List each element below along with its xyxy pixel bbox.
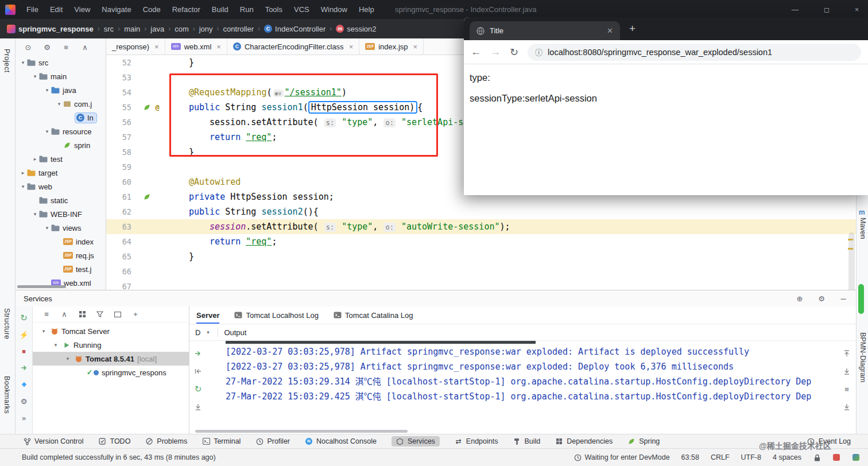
project-tree-item-sprin[interactable]: sprin xyxy=(16,138,106,152)
services-tree-item-tomcat-8-5-41[interactable]: ▾Tomcat 8.5.41[local] xyxy=(33,352,189,366)
settings-icon[interactable]: ⚙ xyxy=(817,294,826,303)
close-tab-icon[interactable]: × xyxy=(349,42,354,51)
breadcrumb-java[interactable]: java xyxy=(149,25,165,33)
toolwindow-button-spring[interactable]: Spring xyxy=(627,437,660,445)
project-tree-item-test-j[interactable]: JSPtest.j xyxy=(16,262,106,276)
rerun-icon[interactable] xyxy=(193,349,203,358)
menu-window[interactable]: Window xyxy=(315,0,353,19)
menu-navigate[interactable]: Navigate xyxy=(96,0,137,19)
services-tab-server[interactable]: Server xyxy=(196,306,219,324)
menu-vcs[interactable]: VCS xyxy=(288,0,315,19)
menu-view[interactable]: View xyxy=(68,0,96,19)
chevron-open-icon[interactable]: ▾ xyxy=(19,184,27,189)
chevron-open-icon[interactable]: ▾ xyxy=(40,328,48,334)
status-crlf[interactable]: CRLF xyxy=(711,453,730,461)
chevron-open-icon[interactable]: ▾ xyxy=(31,211,39,217)
menu-code[interactable]: Code xyxy=(137,0,166,19)
toolwindow-button-endpoints[interactable]: ⇄Endpoints xyxy=(455,437,498,445)
wrench-icon[interactable]: ⚙ xyxy=(20,397,29,406)
collapse-all-icon[interactable]: ∧ xyxy=(60,310,69,319)
restart-icon[interactable]: ↻ xyxy=(20,313,29,323)
site-info-icon[interactable]: ⓘ xyxy=(535,46,542,57)
add-icon[interactable]: + xyxy=(131,310,140,319)
chevron-closed-icon[interactable]: ▸ xyxy=(19,170,27,176)
group-icon[interactable] xyxy=(78,310,87,319)
breadcrumb-jony[interactable]: jony xyxy=(198,25,214,33)
project-tree-item-main[interactable]: ▾main xyxy=(16,69,106,83)
breadcrumb-controller[interactable]: controller xyxy=(222,25,255,33)
new-tab-icon[interactable]: + xyxy=(629,22,636,35)
scroll-end-icon[interactable] xyxy=(193,402,203,411)
filter-icon[interactable] xyxy=(95,310,104,319)
down-icon[interactable] xyxy=(842,367,851,376)
project-tree-item-views[interactable]: ▾views xyxy=(16,221,106,235)
status-plugin[interactable] xyxy=(852,453,860,461)
more-icon[interactable]: » xyxy=(20,413,29,422)
close-tab-icon[interactable]: ✕ xyxy=(607,26,613,35)
status-utf-8[interactable]: UTF-8 xyxy=(741,453,761,461)
status-lock[interactable] xyxy=(813,453,821,461)
services-tab-tomcat-localhost-log[interactable]: Tomcat Localhost Log xyxy=(234,306,318,324)
collapse-all-icon[interactable]: ∧ xyxy=(80,42,90,52)
deployment-dropdown[interactable]: D ▾ xyxy=(195,324,212,341)
editor-tab-response[interactable]: _response)× xyxy=(106,38,165,55)
expand-all-icon[interactable]: ≡ xyxy=(42,310,51,319)
status-4-spaces[interactable]: 4 spaces xyxy=(773,453,801,461)
chevron-open-icon[interactable]: ▾ xyxy=(31,73,39,79)
toolwindow-button-todo[interactable]: TODO xyxy=(98,437,130,445)
toolwindow-button-dependencies[interactable]: Dependencies xyxy=(555,437,613,445)
services-scrollbar-thumb[interactable] xyxy=(858,284,864,314)
toolwindow-button-profiler[interactable]: Profiler xyxy=(255,437,290,445)
locate-icon[interactable]: ⊙ xyxy=(24,42,33,52)
menu-file[interactable]: File xyxy=(21,0,44,19)
minimize-icon[interactable]: ─ xyxy=(839,294,848,303)
editor-scrollbar-thumb[interactable] xyxy=(848,232,855,290)
menu-refactor[interactable]: Refactor xyxy=(166,0,206,19)
services-tab-tomcat-catalina-log[interactable]: Tomcat Catalina Log xyxy=(334,306,413,324)
scroll-end-icon[interactable] xyxy=(842,402,851,411)
menu-tools[interactable]: Tools xyxy=(259,0,288,19)
status-notification[interactable] xyxy=(832,453,840,461)
toolwindow-button-build[interactable]: Build xyxy=(513,437,540,445)
close-icon[interactable]: × xyxy=(855,6,859,14)
breadcrumb-src[interactable]: src xyxy=(103,25,115,33)
sidebar-tab-maven[interactable]: Maven xyxy=(859,218,867,239)
chevron-open-icon[interactable]: ▾ xyxy=(43,225,51,231)
project-tree-item-com-j[interactable]: ▾com.j xyxy=(16,97,106,111)
project-tree-item-in[interactable]: CIn xyxy=(16,111,106,125)
artifact-icon[interactable] xyxy=(20,380,29,389)
breadcrumb-springmvc-response[interactable]: springmvc_response xyxy=(6,25,95,33)
project-hscrollbar-thumb[interactable] xyxy=(17,285,66,288)
project-tree-item-resource[interactable]: ▾resource xyxy=(16,125,106,138)
chevron-open-icon[interactable]: ▾ xyxy=(55,101,63,107)
project-tree-item-java[interactable]: ▾java xyxy=(16,83,106,97)
restart-icon[interactable]: ↻ xyxy=(193,385,203,394)
close-tab-icon[interactable]: × xyxy=(413,42,418,51)
expand-all-icon[interactable]: ≡ xyxy=(61,42,71,52)
services-tree-item-springmvc-respons[interactable]: ✓springmvc_respons xyxy=(33,366,189,379)
forward-icon[interactable]: → xyxy=(490,46,501,58)
deploy-icon[interactable]: ⚡ xyxy=(19,330,28,339)
breadcrumb-session2[interactable]: msession2 xyxy=(335,25,377,33)
up-icon[interactable] xyxy=(842,349,851,358)
close-tab-icon[interactable]: × xyxy=(216,42,221,51)
chevron-closed-icon[interactable]: ▸ xyxy=(31,156,39,162)
project-tree-item-target[interactable]: ▸target xyxy=(16,166,106,180)
chevron-open-icon[interactable]: ▾ xyxy=(43,87,51,93)
menu-build[interactable]: Build xyxy=(206,0,234,19)
services-tree-item-tomcat-server[interactable]: ▾Tomcat Server xyxy=(33,324,189,338)
project-tree-item-static[interactable]: static xyxy=(16,193,106,207)
chevron-open-icon[interactable]: ▾ xyxy=(43,129,51,134)
soft-wrap-icon[interactable]: ≡ xyxy=(842,385,851,394)
project-tree-item-web-inf[interactable]: ▾WEB-INF xyxy=(16,207,106,221)
console-hscrollbar-thumb[interactable] xyxy=(195,430,408,433)
target-icon[interactable]: ⊕ xyxy=(795,294,804,303)
editor-tab-web-xml[interactable]: </>web.xml× xyxy=(165,38,227,55)
stop-icon[interactable]: ■ xyxy=(20,347,29,356)
minimize-icon[interactable]: — xyxy=(792,6,799,14)
status-63-58[interactable]: 63:58 xyxy=(681,453,699,461)
sidebar-tab-project[interactable]: Project xyxy=(3,49,11,73)
maximize-icon[interactable]: ◻ xyxy=(824,6,830,14)
editor-tab-index-jsp[interactable]: JSPindex.jsp× xyxy=(359,38,424,55)
toolwindow-button-services[interactable]: Services xyxy=(392,436,440,446)
